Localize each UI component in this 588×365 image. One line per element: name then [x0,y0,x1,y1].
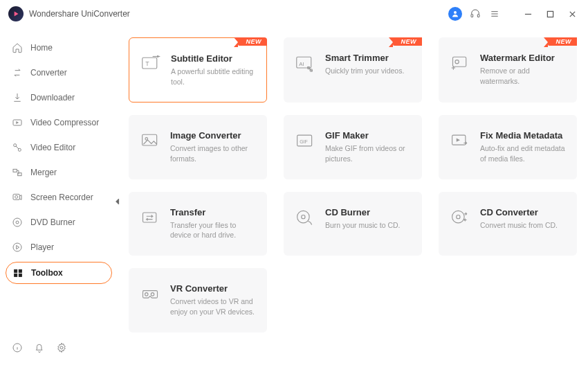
card-title: VR Converter [170,283,256,294]
svg-point-56 [457,215,460,218]
transfer-icon [140,207,160,228]
svg-point-58 [151,293,154,296]
home-icon [11,42,24,54]
card-cd-converter[interactable]: CD Converter Convert music from CD. [439,192,577,256]
svg-point-47 [145,138,148,141]
svg-marker-28 [116,199,119,204]
new-badge: NEW [238,37,268,46]
sidebar-collapse-handle[interactable] [113,193,122,211]
maximize-button[interactable] [542,6,558,21]
card-title: CD Burner [325,207,411,217]
recorder-icon [11,191,24,204]
card-image-converter[interactable]: Image Converter Convert images to other … [129,115,267,179]
sidebar-item-screen-recorder[interactable]: Screen Recorder [6,187,112,208]
svg-marker-51 [457,139,460,142]
gif-icon: GIF [295,130,315,151]
svg-text:AI: AI [299,61,304,67]
card-desc: Convert music from CD. [480,220,566,231]
sidebar-item-toolbox[interactable]: Toolbox [6,262,112,284]
cd-burner-icon [295,207,315,228]
card-desc: Auto-fix and edit metadata of media file… [480,143,566,163]
card-cd-burner[interactable]: CD Burner Burn your music to CD. [284,192,422,256]
app-logo-icon [8,6,24,21]
close-button[interactable] [564,6,580,21]
image-icon [140,130,160,151]
card-transfer[interactable]: Transfer Transfer your files to device o… [129,192,267,256]
sidebar-item-label: Player [30,242,54,252]
svg-text:GIF: GIF [300,139,308,144]
card-title: Watermark Editor [480,53,566,63]
card-title: Image Converter [170,130,256,141]
settings-icon[interactable] [55,341,68,354]
new-badge: NEW [393,37,423,46]
player-icon [11,241,24,253]
sidebar-item-dvd-burner[interactable]: DVD Burner [6,212,112,233]
card-desc: Quickly trim your videos. [325,66,411,76]
card-desc: Make GIF from videos or pictures. [325,143,411,163]
compressor-icon [11,116,24,129]
card-watermark-editor[interactable]: NEW Watermark Editor Remove or add water… [439,37,577,103]
info-icon[interactable] [11,341,24,354]
user-avatar[interactable] [448,7,462,21]
sidebar-item-video-compressor[interactable]: Video Compressor [6,112,112,133]
svg-point-54 [302,215,305,218]
svg-rect-11 [13,120,21,125]
sidebar-item-label: Video Editor [30,143,75,152]
card-fix-metadata[interactable]: Fix Media Metadata Auto-fix and edit met… [439,115,577,179]
card-smart-trimmer[interactable]: NEW AI Smart Trimmer Quickly trim your v… [284,37,422,103]
svg-rect-33 [143,57,157,69]
sidebar-item-video-editor[interactable]: Video Editor [6,137,112,158]
app-title: Wondershare UniConverter [29,9,130,19]
card-desc: Transfer your files to device or hard dr… [170,220,256,240]
svg-line-15 [16,146,19,149]
svg-point-1 [454,11,457,14]
card-desc: A powerful subtitle editing tool. [171,66,255,87]
svg-rect-2 [471,15,473,17]
sidebar-item-label: Video Compressor [30,118,99,127]
editor-icon [11,141,24,154]
card-gif-maker[interactable]: GIF GIF Maker Make GIF from videos or pi… [284,115,422,179]
card-title: Subtitle Editor [171,53,255,64]
sidebar-item-merger[interactable]: Merger [6,162,112,183]
logo-area: Wondershare UniConverter [8,6,130,21]
sidebar-item-converter[interactable]: Converter [6,62,112,83]
bell-icon[interactable] [33,341,46,354]
svg-point-53 [297,211,310,223]
sidebar-item-label: Home [30,43,53,53]
svg-point-19 [15,195,18,198]
sidebar-item-label: DVD Burner [30,217,75,227]
svg-marker-12 [17,122,19,124]
card-subtitle-editor[interactable]: NEW T Subtitle Editor A powerful subtitl… [129,37,267,103]
card-vr-converter[interactable]: VR Converter Convert videos to VR and en… [129,268,267,332]
sidebar-item-label: Toolbox [31,268,63,278]
svg-marker-0 [15,12,19,17]
sidebar-item-home[interactable]: Home [6,37,112,58]
sidebar-item-label: Downloader [30,93,75,103]
converter-icon [11,66,24,79]
card-desc: Convert images to other formats. [170,143,256,163]
svg-rect-26 [15,274,17,276]
svg-point-32 [60,346,63,349]
card-desc: Burn your music to CD. [325,220,411,231]
svg-rect-8 [547,11,553,17]
svg-marker-23 [17,245,19,249]
svg-point-20 [13,218,21,226]
card-title: GIF Maker [325,130,411,141]
headset-icon[interactable] [469,8,481,20]
svg-point-55 [452,211,465,223]
svg-rect-24 [15,269,17,272]
card-title: CD Converter [480,207,566,217]
card-title: Fix Media Metadata [480,130,566,141]
card-desc: Convert videos to VR and enjoy on your V… [170,296,256,317]
dvd-icon [11,216,24,229]
card-title: Transfer [170,207,256,217]
svg-rect-52 [143,213,156,222]
minimize-button[interactable] [520,6,535,21]
cd-converter-icon [450,207,470,228]
svg-point-57 [145,293,148,296]
sidebar-item-downloader[interactable]: Downloader [6,87,112,108]
sidebar-item-player[interactable]: Player [6,237,112,258]
svg-text:T: T [145,60,149,67]
menu-icon[interactable] [488,8,501,20]
svg-point-21 [16,221,19,224]
